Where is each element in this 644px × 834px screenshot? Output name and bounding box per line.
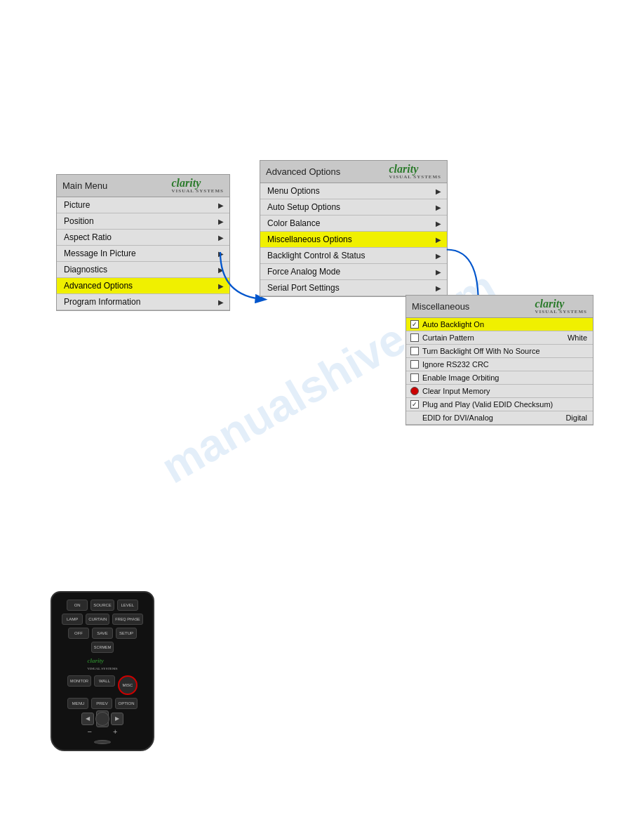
remote-minus-label: −	[88, 727, 92, 736]
arrow-right-icon: ▶	[218, 234, 224, 241]
remote-btn-source[interactable]: SOURCE	[90, 600, 114, 611]
remote-row-6: MENU PREV OPTION	[56, 698, 149, 709]
remote-btn-option[interactable]: OPTION	[115, 698, 137, 709]
remote-plus-label: +	[113, 727, 117, 736]
remote-btn-blank1	[67, 642, 88, 653]
advanced-menu-title: Advanced Options	[266, 166, 340, 177]
remote-btn-off[interactable]: OFF	[68, 628, 89, 639]
adv-menu-item-menu-options[interactable]: Menu Options ▶	[260, 183, 447, 199]
arrow-right-icon: ▶	[436, 236, 441, 244]
checkbox-auto-backlight[interactable]	[410, 320, 419, 329]
checkbox-ignore-rs232[interactable]	[410, 360, 419, 369]
edid-dvi-value: Digital	[565, 413, 587, 422]
misc-item-ignore-rs232[interactable]: Ignore RS232 CRC	[406, 358, 593, 371]
remote-btn-prev[interactable]: PREV	[91, 698, 112, 709]
menu-item-picture[interactable]: Picture ▶	[57, 197, 229, 213]
advanced-options-menu: Advanced Options clarityVISUAL SYSTEMS M…	[260, 160, 448, 297]
clarity-logo-advanced: clarityVISUAL SYSTEMS	[389, 164, 442, 180]
menu-item-program-information[interactable]: Program Information ▶	[57, 294, 229, 310]
misc-item-auto-backlight[interactable]: Auto Backlight On	[406, 318, 593, 331]
arrow-right-icon: ▶	[436, 220, 441, 227]
adv-menu-item-force-analog[interactable]: Force Analog Mode ▶	[260, 264, 447, 280]
remote-btn-lamp[interactable]: LAMP	[62, 614, 83, 625]
remote-btn-setup[interactable]: SETUP	[116, 628, 137, 639]
clarity-logo-misc: clarityVISUAL SYSTEMS	[535, 298, 588, 315]
main-menu-title: Main Menu	[62, 180, 107, 191]
arrow-right-icon: ▶	[436, 204, 441, 211]
menu-item-advanced-options[interactable]: Advanced Options ▶	[57, 278, 229, 294]
remote-btn-freq-phase[interactable]: FREQ PHASE	[112, 614, 142, 625]
misc-item-edid-dvi[interactable]: EDID for DVI/Analog Digital	[406, 411, 593, 425]
remote-row-2: LAMP CURTAIN FREQ PHASE	[56, 614, 149, 625]
adv-menu-item-color-balance[interactable]: Color Balance ▶	[260, 216, 447, 232]
clarity-logo-main: clarityVISUAL SYSTEMS	[172, 178, 224, 194]
misc-item-image-orbiting[interactable]: Enable Image Orbiting	[406, 371, 593, 385]
main-menu: Main Menu clarityVISUAL SYSTEMS Picture …	[56, 174, 230, 311]
misc-item-turn-backlight-off[interactable]: Turn Backlight Off With No Source	[406, 345, 593, 358]
menu-item-message-in-picture[interactable]: Message In Picture ▶	[57, 246, 229, 262]
adv-menu-item-serial-port[interactable]: Serial Port Settings ▶	[260, 280, 447, 296]
remote-btn-wall[interactable]: WALL	[94, 675, 115, 687]
curtain-pattern-value: White	[568, 333, 587, 342]
adv-menu-item-auto-setup[interactable]: Auto Setup Options ▶	[260, 199, 447, 216]
checkbox-plug-and-play[interactable]	[410, 400, 419, 409]
remote-minus-plus: − +	[56, 727, 149, 736]
dpad-right-button[interactable]: ▶	[111, 713, 123, 725]
dpad-left-button[interactable]: ◀	[81, 713, 94, 725]
remote-btn-menu[interactable]: MENU	[67, 698, 88, 709]
arrow-right-icon: ▶	[218, 201, 224, 209]
remote-control: ON SOURCE LEVEL LAMP CURTAIN FREQ PHASE …	[51, 591, 154, 751]
adv-menu-item-backlight[interactable]: Backlight Control & Status ▶	[260, 248, 447, 264]
misc-item-clear-input-memory[interactable]: Clear Input Memory	[406, 385, 593, 398]
miscellaneous-menu: Miscellaneous clarityVISUAL SYSTEMS Auto…	[405, 295, 593, 425]
advanced-menu-header: Advanced Options clarityVISUAL SYSTEMS	[260, 161, 447, 183]
arrow-right-icon: ▶	[218, 218, 224, 225]
radio-clear-input-memory[interactable]	[410, 387, 419, 395]
remote-btn-monitor[interactable]: MONITOR	[67, 675, 91, 687]
checkbox-turn-backlight-off[interactable]	[410, 347, 419, 355]
remote-btn-on[interactable]: ON	[67, 600, 88, 611]
dpad-center-button[interactable]	[95, 712, 109, 726]
remote-row-4: SCRMEM	[56, 642, 149, 653]
menu-item-diagnostics[interactable]: Diagnostics ▶	[57, 262, 229, 278]
misc-menu-header: Miscellaneous clarityVISUAL SYSTEMS	[406, 296, 593, 318]
misc-item-curtain-pattern[interactable]: Curtain Pattern White	[406, 331, 593, 345]
remote-btn-save[interactable]: SAVE	[92, 628, 113, 639]
checkbox-curtain-pattern[interactable]	[410, 333, 419, 342]
remote-btn-level[interactable]: LEVEL	[117, 600, 138, 611]
adv-menu-item-misc-options[interactable]: Miscellaneous Options ▶	[260, 232, 447, 248]
remote-btn-blank2	[116, 642, 137, 653]
menu-item-position[interactable]: Position ▶	[57, 213, 229, 230]
checkbox-image-orbiting[interactable]	[410, 373, 419, 382]
remote-btn-misc[interactable]: MISC	[118, 675, 137, 695]
remote-dpad: ▲ ▼ ◀ ▶	[81, 715, 123, 723]
misc-menu-title: Miscellaneous	[412, 301, 469, 312]
remote-clarity-logo: clarityVISUAL SYSTEMS	[87, 657, 117, 671]
remote-row-1: ON SOURCE LEVEL	[56, 600, 149, 611]
remote-btn-scrmem[interactable]: SCRMEM	[91, 642, 114, 653]
remote-row-3: OFF SAVE SETUP	[56, 628, 149, 639]
main-menu-header: Main Menu clarityVISUAL SYSTEMS	[57, 175, 229, 197]
menu-item-aspect-ratio[interactable]: Aspect Ratio ▶	[57, 230, 229, 246]
remote-bottom-button[interactable]	[94, 740, 111, 744]
remote-row-5: MONITOR WALL MISC	[56, 675, 149, 695]
misc-item-plug-and-play[interactable]: Plug and Play (Valid EDID Checksum)	[406, 398, 593, 411]
remote-btn-curtain[interactable]: CURTAIN	[86, 614, 109, 625]
arrow-right-icon: ▶	[436, 187, 441, 195]
